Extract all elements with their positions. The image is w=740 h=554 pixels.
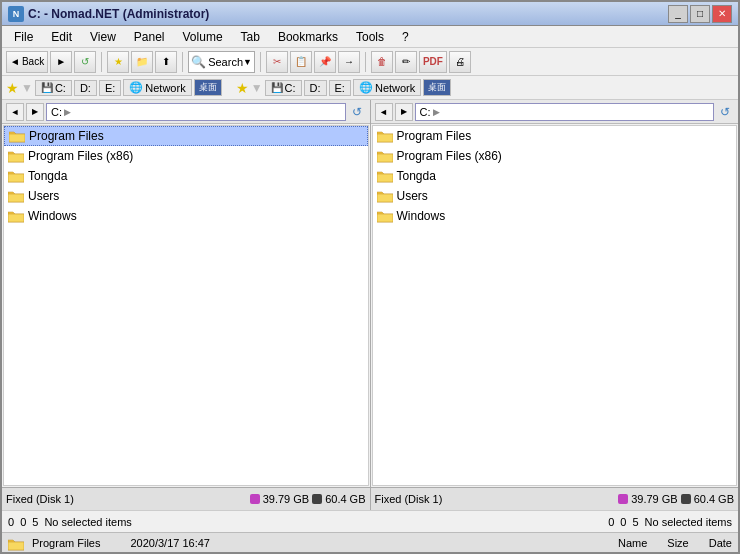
left-item-4[interactable]: Windows bbox=[4, 206, 368, 226]
left-desktop[interactable]: 桌面 bbox=[194, 79, 222, 96]
drive-d-label: D: bbox=[80, 82, 91, 94]
left-item-2[interactable]: Tongda bbox=[4, 166, 368, 186]
right-disk1-size: 39.79 GB bbox=[631, 493, 677, 505]
pdf-button[interactable]: PDF bbox=[419, 51, 447, 73]
right-item-3[interactable]: Users bbox=[373, 186, 737, 206]
left-filename-3: Users bbox=[28, 189, 59, 203]
refresh-button[interactable]: ↺ bbox=[74, 51, 96, 73]
left-drive-c[interactable]: 💾 C: bbox=[35, 80, 72, 96]
footer-datetime: 2020/3/17 16:47 bbox=[130, 537, 210, 549]
print-button[interactable]: 🖨 bbox=[449, 51, 471, 73]
right-desktop-label: 桌面 bbox=[428, 81, 446, 94]
folder-nav-icon: 📁 bbox=[136, 56, 148, 67]
left-star-button[interactable]: ★ bbox=[6, 80, 19, 96]
footer-folder-icon bbox=[8, 537, 22, 549]
folder-nav-button[interactable]: 📁 bbox=[131, 51, 153, 73]
menu-help[interactable]: ? bbox=[394, 28, 417, 46]
menu-tools[interactable]: Tools bbox=[348, 28, 392, 46]
right-disk2-size: 60.4 GB bbox=[694, 493, 734, 505]
right-drive-e[interactable]: E: bbox=[329, 80, 351, 96]
folder-up-button[interactable]: ⬆ bbox=[155, 51, 177, 73]
left-file-list[interactable]: Program Files Program Files (x86) bbox=[3, 125, 369, 486]
footer-col-date: Date bbox=[709, 537, 732, 549]
menu-edit[interactable]: Edit bbox=[43, 28, 80, 46]
left-item-3[interactable]: Users bbox=[4, 186, 368, 206]
right-nav-arrow[interactable]: ▶ bbox=[395, 103, 413, 121]
paste-button[interactable]: 📌 bbox=[314, 51, 336, 73]
left-network[interactable]: 🌐 Network bbox=[123, 79, 191, 96]
left-disk-indicator: 39.79 GB 60.4 GB bbox=[250, 493, 366, 505]
rename-button[interactable]: ✏ bbox=[395, 51, 417, 73]
right-star-button[interactable]: ★ bbox=[236, 80, 249, 96]
right-item-0[interactable]: Program Files bbox=[373, 126, 737, 146]
left-item-0[interactable]: Program Files bbox=[4, 126, 368, 146]
folder-icon-0 bbox=[9, 129, 25, 143]
right-network[interactable]: 🌐 Network bbox=[353, 79, 421, 96]
right-filename-1: Program Files (x86) bbox=[397, 149, 502, 163]
right-count2: 0 bbox=[620, 516, 626, 528]
right-disk1-color bbox=[618, 494, 628, 504]
right-drive-c-label: C: bbox=[285, 82, 296, 94]
search-button[interactable]: 🔍 Search ▼ bbox=[188, 51, 255, 73]
right-folder-icon-0 bbox=[377, 129, 393, 143]
left-path-bar[interactable]: C: ▶ bbox=[46, 103, 346, 121]
info-bar: 0 0 5 No selected items 0 0 5 No selecte… bbox=[2, 510, 738, 532]
menu-bookmarks[interactable]: Bookmarks bbox=[270, 28, 346, 46]
close-button[interactable]: ✕ bbox=[712, 5, 732, 23]
back-label: Back bbox=[22, 56, 44, 67]
star-button[interactable]: ★ bbox=[107, 51, 129, 73]
forward-button[interactable]: ► bbox=[50, 51, 72, 73]
right-item-4[interactable]: Windows bbox=[373, 206, 737, 226]
footer-selected-name: Program Files bbox=[32, 537, 100, 549]
drive-c-icon: 💾 bbox=[41, 82, 53, 93]
right-drive-d-label: D: bbox=[310, 82, 321, 94]
right-count3: 5 bbox=[632, 516, 638, 528]
left-disk-status: Fixed (Disk 1) bbox=[6, 493, 74, 505]
right-disk2-color bbox=[681, 494, 691, 504]
footer-bar: Program Files 2020/3/17 16:47 Name Size … bbox=[2, 532, 738, 552]
right-item-2[interactable]: Tongda bbox=[373, 166, 737, 186]
left-item-1[interactable]: Program Files (x86) bbox=[4, 146, 368, 166]
right-panel: ◄ ▶ C: ▶ ↺ Program Files bbox=[371, 100, 739, 487]
copy-button[interactable]: 📋 bbox=[290, 51, 312, 73]
cut-icon: ✂ bbox=[273, 56, 281, 67]
left-nav-arrow[interactable]: ▶ bbox=[26, 103, 44, 121]
right-item-1[interactable]: Program Files (x86) bbox=[373, 146, 737, 166]
right-drive-d[interactable]: D: bbox=[304, 80, 327, 96]
move-button[interactable]: → bbox=[338, 51, 360, 73]
footer-col-size: Size bbox=[667, 537, 688, 549]
minimize-button[interactable]: _ bbox=[668, 5, 688, 23]
left-path-arrow: ▶ bbox=[64, 107, 71, 117]
menu-volume[interactable]: Volume bbox=[175, 28, 231, 46]
cut-button[interactable]: ✂ bbox=[266, 51, 288, 73]
right-refresh-button[interactable]: ↺ bbox=[716, 103, 734, 121]
delete-button[interactable]: 🗑 bbox=[371, 51, 393, 73]
left-refresh-button[interactable]: ↺ bbox=[348, 103, 366, 121]
left-drive-e[interactable]: E: bbox=[99, 80, 121, 96]
right-nav-back[interactable]: ◄ bbox=[375, 103, 393, 121]
delete-icon: 🗑 bbox=[377, 56, 387, 67]
maximize-button[interactable]: □ bbox=[690, 5, 710, 23]
left-disk1-size: 39.79 GB bbox=[263, 493, 309, 505]
left-nav-back[interactable]: ◄ bbox=[6, 103, 24, 121]
left-filename-1: Program Files (x86) bbox=[28, 149, 133, 163]
right-path-bar[interactable]: C: ▶ bbox=[415, 103, 715, 121]
back-button[interactable]: ◄ Back bbox=[6, 51, 48, 73]
search-label: Search bbox=[208, 56, 243, 68]
right-file-list[interactable]: Program Files Program Files (x86) bbox=[372, 125, 738, 486]
right-network-label: Network bbox=[375, 82, 415, 94]
forward-arrow-icon: ► bbox=[56, 56, 66, 67]
panels-area: ◄ ▶ C: ▶ ↺ Program Files bbox=[2, 100, 738, 487]
separator-left-star: ▼ bbox=[21, 81, 33, 95]
menu-file[interactable]: File bbox=[6, 28, 41, 46]
right-drive-c[interactable]: 💾 C: bbox=[265, 80, 302, 96]
right-status-bar: Fixed (Disk 1) 39.79 GB 60.4 GB bbox=[371, 488, 739, 510]
menu-panel[interactable]: Panel bbox=[126, 28, 173, 46]
menu-view[interactable]: View bbox=[82, 28, 124, 46]
right-desktop[interactable]: 桌面 bbox=[423, 79, 451, 96]
separator-3 bbox=[260, 52, 261, 72]
bookmarks-bar: ★ ▼ 💾 C: D: E: 🌐 Network 桌面 ★ ▼ 💾 C: D: bbox=[2, 76, 738, 100]
left-drive-d[interactable]: D: bbox=[74, 80, 97, 96]
menu-tab[interactable]: Tab bbox=[233, 28, 268, 46]
footer-columns: Name Size Date bbox=[618, 537, 732, 549]
